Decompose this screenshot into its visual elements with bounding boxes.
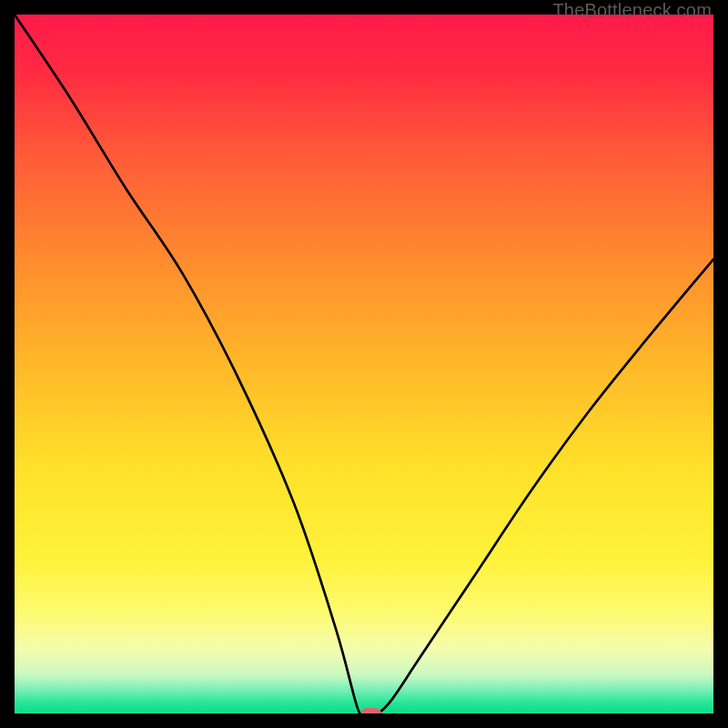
chart-frame: TheBottleneck.com <box>0 0 728 728</box>
svg-rect-0 <box>15 15 713 713</box>
plot-area <box>15 15 713 713</box>
background-gradient <box>15 15 713 713</box>
